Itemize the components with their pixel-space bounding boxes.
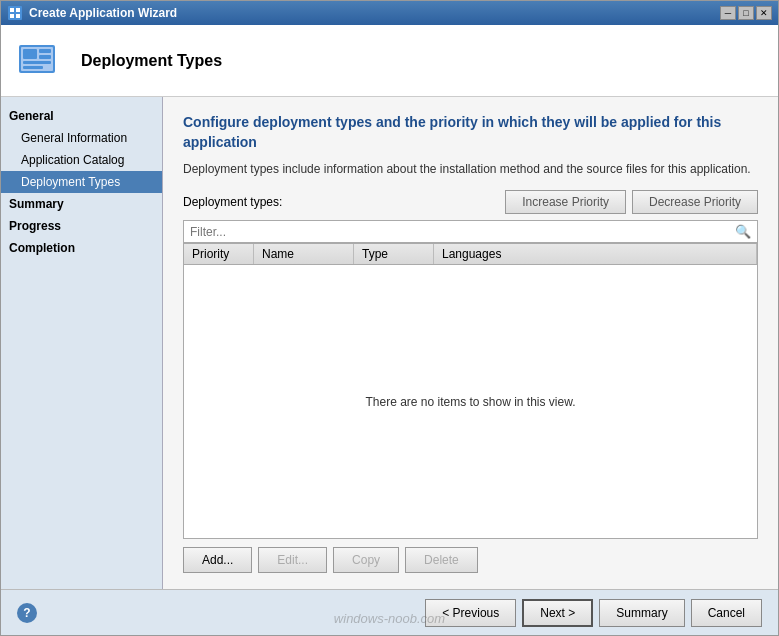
- svg-rect-4: [16, 14, 20, 18]
- close-button[interactable]: ✕: [756, 6, 772, 20]
- wizard-header: Deployment Types: [1, 25, 778, 97]
- sidebar-item-summary[interactable]: Summary: [1, 193, 162, 215]
- maximize-button[interactable]: □: [738, 6, 754, 20]
- table-body: There are no items to show in this view.: [184, 265, 757, 538]
- wizard-footer: ? < Previous Next > Summary Cancel: [1, 589, 778, 635]
- table-header: Priority Name Type Languages: [184, 244, 757, 265]
- edit-button[interactable]: Edit...: [258, 547, 327, 573]
- sidebar-item-general[interactable]: General: [1, 105, 162, 127]
- table-section: 🔍 Priority Name Type Languages There are…: [183, 220, 758, 539]
- window-title: Create Application Wizard: [29, 6, 177, 20]
- increase-priority-button[interactable]: Increase Priority: [505, 190, 626, 214]
- filter-input[interactable]: [184, 222, 729, 242]
- col-priority: Priority: [184, 244, 254, 264]
- sidebar-item-progress[interactable]: Progress: [1, 215, 162, 237]
- header-title: Deployment Types: [81, 52, 222, 70]
- decrease-priority-button[interactable]: Decrease Priority: [632, 190, 758, 214]
- main-description: Deployment types include information abo…: [183, 162, 758, 176]
- cancel-button[interactable]: Cancel: [691, 599, 762, 627]
- next-button[interactable]: Next >: [522, 599, 593, 627]
- copy-button[interactable]: Copy: [333, 547, 399, 573]
- col-name: Name: [254, 244, 354, 264]
- svg-rect-9: [39, 55, 51, 59]
- action-buttons: Add... Edit... Copy Delete: [183, 547, 758, 573]
- sidebar-item-completion[interactable]: Completion: [1, 237, 162, 259]
- svg-rect-10: [23, 61, 51, 64]
- svg-rect-11: [23, 66, 43, 69]
- add-button[interactable]: Add...: [183, 547, 252, 573]
- deployment-controls-row: Deployment types: Increase Priority Decr…: [183, 190, 758, 214]
- window-icon: [7, 5, 23, 21]
- svg-rect-8: [39, 49, 51, 53]
- search-icon: 🔍: [729, 221, 757, 242]
- svg-rect-2: [16, 8, 20, 12]
- svg-rect-7: [23, 49, 37, 59]
- svg-rect-1: [10, 8, 14, 12]
- wizard-icon: [17, 37, 65, 85]
- summary-button[interactable]: Summary: [599, 599, 684, 627]
- footer-left: ?: [17, 603, 37, 623]
- content-area: General General Information Application …: [1, 97, 778, 589]
- main-content: Configure deployment types and the prior…: [163, 97, 778, 589]
- col-languages: Languages: [434, 244, 757, 264]
- table-empty-message: There are no items to show in this view.: [365, 395, 575, 409]
- svg-rect-3: [10, 14, 14, 18]
- sidebar-item-general-info[interactable]: General Information: [1, 127, 162, 149]
- sidebar-item-app-catalog[interactable]: Application Catalog: [1, 149, 162, 171]
- help-button[interactable]: ?: [17, 603, 37, 623]
- footer-buttons: < Previous Next > Summary Cancel: [425, 599, 762, 627]
- title-bar: Create Application Wizard ─ □ ✕: [1, 1, 778, 25]
- wizard-window: Create Application Wizard ─ □ ✕ Deployme…: [0, 0, 779, 636]
- delete-button[interactable]: Delete: [405, 547, 478, 573]
- deployment-types-table: Priority Name Type Languages There are n…: [183, 243, 758, 539]
- sidebar: General General Information Application …: [1, 97, 163, 589]
- filter-row: 🔍: [183, 220, 758, 243]
- main-title: Configure deployment types and the prior…: [183, 113, 758, 152]
- previous-button[interactable]: < Previous: [425, 599, 516, 627]
- deployment-types-label: Deployment types:: [183, 195, 282, 209]
- minimize-button[interactable]: ─: [720, 6, 736, 20]
- sidebar-item-deployment-types[interactable]: Deployment Types: [1, 171, 162, 193]
- col-type: Type: [354, 244, 434, 264]
